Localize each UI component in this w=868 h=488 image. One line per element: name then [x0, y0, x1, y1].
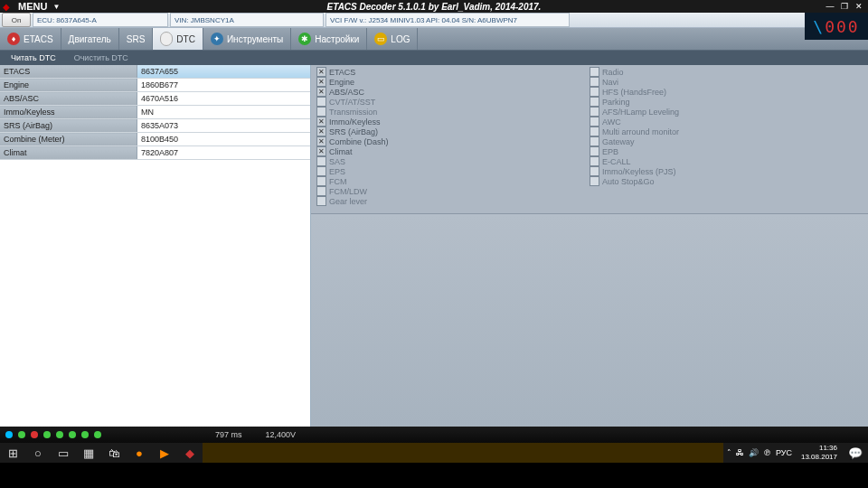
notification-icon[interactable]: 💬 — [843, 443, 868, 463]
module-checkbox[interactable]: Radio — [590, 67, 863, 77]
checkbox-icon: ✕ — [316, 117, 326, 127]
module-checkbox[interactable]: HFS (HandsFree) — [590, 87, 863, 97]
tray-lang-sym[interactable]: ℗ — [763, 448, 771, 457]
module-checkbox[interactable]: Gear lever — [316, 196, 590, 206]
media-icon[interactable]: ▶ — [152, 443, 177, 463]
menu-button[interactable]: MENU — [13, 1, 52, 12]
module-checkbox[interactable]: AFS/HLamp Leveling — [590, 107, 863, 117]
module-checkbox[interactable]: Navi — [590, 77, 863, 87]
tab-bar: ♦ETACS Двигатель SRS DTC ✦Инструменты ✱Н… — [0, 28, 868, 51]
vci-field: VCI F/W v.: J2534 MINIV1.03 API: 04.04 S… — [326, 13, 570, 27]
checkbox-label: Gear lever — [329, 197, 367, 206]
tab-label: SRS — [127, 34, 146, 44]
checkbox-icon: ✕ — [316, 87, 326, 97]
tray-network-icon[interactable]: 🖧 — [736, 448, 744, 457]
module-checkbox[interactable]: Auto Stop&Go — [590, 176, 863, 186]
module-name: SRS (AirBag) — [0, 119, 137, 133]
status-dot — [43, 431, 51, 438]
module-name: ETACS — [0, 65, 137, 79]
main-area: ETACS8637A655Engine1860B677ABS/ASC4670A5… — [0, 65, 868, 427]
close-button[interactable]: ✕ — [854, 2, 864, 11]
checkbox-label: Navi — [602, 78, 618, 87]
status-bar: 797 ms 12,400V — [0, 427, 868, 443]
module-checkbox[interactable]: ✕Engine — [316, 77, 590, 87]
checkbox-icon — [590, 77, 599, 87]
dtc-table: ETACS8637A655Engine1860B677ABS/ASC4670A5… — [0, 65, 310, 160]
module-checkbox[interactable]: AWC — [590, 117, 863, 127]
module-checkbox[interactable]: Immo/Keyless (PJS) — [590, 166, 863, 176]
log-icon: ▭ — [374, 33, 387, 45]
maximize-button[interactable]: ❐ — [839, 2, 850, 11]
module-checkbox[interactable]: SAS — [316, 156, 590, 166]
on-button[interactable]: On — [2, 13, 31, 27]
status-voltage: 12,400V — [266, 430, 297, 439]
module-checkbox[interactable]: ✕ETACS — [316, 67, 590, 77]
module-checkbox[interactable]: ✕Immo/Keyless — [316, 117, 590, 127]
tray-language[interactable]: РУС — [776, 448, 792, 457]
system-tray[interactable]: ˄ 🖧 🔊 ℗ РУС — [723, 448, 796, 457]
module-checkbox[interactable]: CVT/AT/SST — [316, 97, 590, 107]
tab-settings[interactable]: ✱Настройки — [291, 28, 367, 50]
module-checkbox[interactable]: ✕SRS (AirBag) — [316, 127, 590, 136]
module-checkbox[interactable]: ✕ABS/ASC — [316, 87, 590, 97]
table-row[interactable]: ABS/ASC4670A516 — [0, 92, 310, 106]
module-checkbox[interactable]: ✕Climat — [316, 146, 590, 156]
table-row[interactable]: Combine (Meter)8100B450 — [0, 133, 310, 146]
module-checkbox[interactable]: FCM — [316, 176, 590, 186]
checkbox-icon — [590, 67, 599, 77]
checkbox-icon — [316, 196, 326, 206]
module-checkbox[interactable]: Parking — [590, 97, 863, 107]
tab-etacs[interactable]: ♦ETACS — [0, 28, 61, 50]
subtab-read-dtc[interactable]: Читать DTC — [2, 52, 65, 64]
checkbox-label: Radio — [602, 68, 624, 77]
tab-srs[interactable]: SRS — [119, 28, 154, 50]
table-row[interactable]: Engine1860B677 — [0, 79, 310, 92]
taskbar-clock[interactable]: 11:36 13.08.2017 — [796, 444, 843, 462]
module-value: 8637A655 — [137, 65, 311, 79]
tab-label: Инструменты — [227, 34, 283, 44]
module-checkbox[interactable]: ✕Combine (Dash) — [316, 136, 590, 146]
store-icon[interactable]: 🛍 — [101, 443, 127, 463]
table-row[interactable]: ETACS8637A655 — [0, 65, 310, 79]
module-checkbox[interactable]: EPS — [316, 166, 590, 176]
checkbox-label: E-CALL — [602, 157, 631, 166]
status-ms: 797 ms — [215, 430, 242, 439]
module-checkbox[interactable]: E-CALL — [590, 156, 863, 166]
table-row[interactable]: SRS (AirBag)8635A073 — [0, 119, 310, 133]
tray-chevron-icon[interactable]: ˄ — [727, 448, 731, 457]
clock-date: 13.08.2017 — [801, 453, 837, 462]
firefox-icon[interactable]: ● — [127, 443, 152, 463]
module-name: ABS/ASC — [0, 92, 137, 106]
module-checkbox[interactable]: Multi arround monitor — [590, 127, 863, 136]
minimize-button[interactable]: — — [825, 2, 835, 11]
table-row[interactable]: Immo/KeylessMN — [0, 106, 310, 119]
search-icon[interactable]: ○ — [25, 443, 51, 463]
checkbox-icon — [316, 176, 326, 186]
app-task-icon[interactable]: ◆ — [177, 443, 203, 463]
checkbox-label: EPB — [602, 147, 618, 156]
module-checkbox[interactable]: Transmission — [316, 107, 590, 117]
checkbox-label: SAS — [329, 157, 345, 166]
checkbox-label: Engine — [329, 78, 354, 87]
status-dot — [94, 431, 101, 438]
module-checkbox[interactable]: Gateway — [590, 136, 863, 146]
tab-tools[interactable]: ✦Инструменты — [203, 28, 291, 50]
table-row[interactable]: Climat7820A807 — [0, 146, 310, 160]
tab-log[interactable]: ▭LOG — [367, 28, 418, 50]
tab-dtc[interactable]: DTC — [153, 28, 203, 50]
window-titlebar: ◆ MENU ▼ ETACS Decoder 5.1.0.1 by Earl_V… — [0, 0, 868, 13]
menu-dropdown-icon[interactable]: ▼ — [52, 3, 60, 11]
start-button[interactable]: ⊞ — [0, 443, 25, 463]
checkbox-icon — [590, 166, 599, 176]
subtab-clear-dtc[interactable]: Очистить DTC — [65, 52, 137, 64]
checkbox-icon — [590, 136, 599, 146]
tray-volume-icon[interactable]: 🔊 — [749, 448, 759, 457]
module-checkbox[interactable]: FCM/LDW — [316, 186, 590, 196]
explorer-icon[interactable]: ▦ — [76, 443, 101, 463]
module-value: 7820A807 — [137, 146, 311, 160]
checkbox-label: Immo/Keyless — [329, 117, 381, 127]
module-checkbox[interactable]: EPB — [590, 146, 863, 156]
tab-engine[interactable]: Двигатель — [61, 28, 119, 50]
tools-icon: ✦ — [211, 33, 223, 45]
task-view-icon[interactable]: ▭ — [51, 443, 76, 463]
